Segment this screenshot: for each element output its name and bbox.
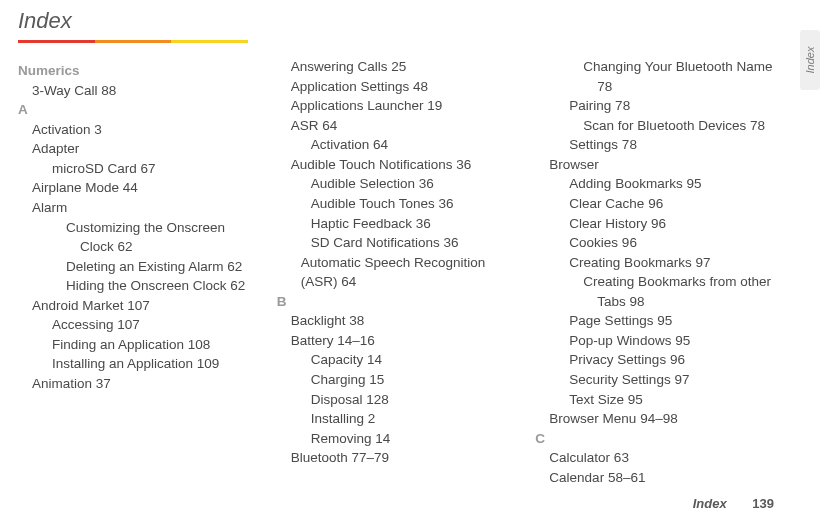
heading-b: B [277,292,518,312]
entry-alarm-deleting: Deleting an Existing Alarm 62 [66,257,259,277]
entry-calculator: Calculator 63 [549,448,776,468]
title-underline [18,40,248,43]
entry-browser-creating-bookmarks: Creating Bookmarks 97 [569,253,776,273]
rule-segment-red [18,40,95,43]
side-tab-label: Index [804,47,816,74]
entry-animation: Animation 37 [32,374,259,394]
index-columns: Numerics 3-Way Call 88 A Activation 3 Ad… [18,57,776,487]
entry-activation: Activation 3 [32,120,259,140]
entry-bluetooth-change-name: Changing Your Bluetooth Name 78 [583,57,776,96]
entry-asr: ASR 64 [291,116,518,136]
entry-3way-call: 3-Way Call 88 [32,81,259,101]
entry-auto-speech-recognition: Automatic Speech Recognition (ASR) 64 [291,253,518,292]
entry-answering-calls: Answering Calls 25 [291,57,518,77]
entry-battery-removing: Removing 14 [311,429,518,449]
entry-browser-security-settings: Security Settings 97 [569,370,776,390]
column-1: Numerics 3-Way Call 88 A Activation 3 Ad… [18,61,259,487]
entry-asr-activation: Activation 64 [311,135,518,155]
entry-battery-charging: Charging 15 [311,370,518,390]
entry-browser-creating-bookmarks-tabs: Creating Bookmarks from other Tabs 98 [583,272,776,311]
entry-calendar: Calendar 58–61 [549,468,776,488]
entry-browser-menu: Browser Menu 94–98 [549,409,776,429]
entry-browser-cookies: Cookies 96 [569,233,776,253]
column-3: Changing Your Bluetooth Name 78 Pairing … [535,57,776,487]
entry-audible-touch-tones: Audible Touch Tones 36 [311,194,518,214]
entry-adapter-microsd: microSD Card 67 [52,159,259,179]
heading-numerics: Numerics [18,61,259,81]
entry-browser-page-settings: Page Settings 95 [569,311,776,331]
side-tab: Index [800,30,820,90]
entry-battery: Battery 14–16 [291,331,518,351]
entry-alarm: Alarm [32,198,259,218]
rule-segment-orange [95,40,172,43]
entry-browser-clear-cache: Clear Cache 96 [569,194,776,214]
entry-browser-adding-bookmarks: Adding Bookmarks 95 [569,174,776,194]
footer: Index 139 [693,496,774,511]
page-title: Index [18,8,776,34]
entry-bluetooth-settings: Settings 78 [569,135,776,155]
entry-browser-clear-history: Clear History 96 [569,214,776,234]
entry-browser-text-size: Text Size 95 [569,390,776,410]
footer-page-number: 139 [752,496,774,511]
entry-backlight: Backlight 38 [291,311,518,331]
rule-segment-yellow [171,40,248,43]
entry-market-accessing: Accessing 107 [52,315,259,335]
entry-battery-capacity: Capacity 14 [311,350,518,370]
entry-application-settings: Application Settings 48 [291,77,518,97]
entry-browser-privacy-settings: Privacy Settings 96 [569,350,776,370]
entry-android-market: Android Market 107 [32,296,259,316]
entry-audible-selection: Audible Selection 36 [311,174,518,194]
entry-alarm-hiding: Hiding the Onscreen Clock 62 [66,276,259,296]
heading-c: C [535,429,776,449]
entry-battery-disposal: Disposal 128 [311,390,518,410]
entry-alarm-customizing: Customizing the Onscreen Clock 62 [66,218,259,257]
entry-bluetooth-pairing: Pairing 78 [569,96,776,116]
entry-market-installing: Installing an Application 109 [52,354,259,374]
heading-a: A [18,100,259,120]
page: Index Numerics 3-Way Call 88 A Activatio… [0,0,826,487]
entry-sd-card-notifications: SD Card Notifications 36 [311,233,518,253]
entry-adapter: Adapter [32,139,259,159]
entry-bluetooth: Bluetooth 77–79 [291,448,518,468]
footer-section-label: Index [693,496,727,511]
column-2: Answering Calls 25 Application Settings … [277,57,518,487]
entry-haptic-feedback: Haptic Feedback 36 [311,214,518,234]
entry-applications-launcher: Applications Launcher 19 [291,96,518,116]
entry-audible-touch-notifications: Audible Touch Notifications 36 [291,155,518,175]
entry-battery-installing: Installing 2 [311,409,518,429]
entry-market-finding: Finding an Application 108 [52,335,259,355]
entry-browser-popup-windows: Pop-up Windows 95 [569,331,776,351]
entry-airplane-mode: Airplane Mode 44 [32,178,259,198]
entry-browser: Browser [549,155,776,175]
entry-bluetooth-scan: Scan for Bluetooth Devices 78 [583,116,776,136]
